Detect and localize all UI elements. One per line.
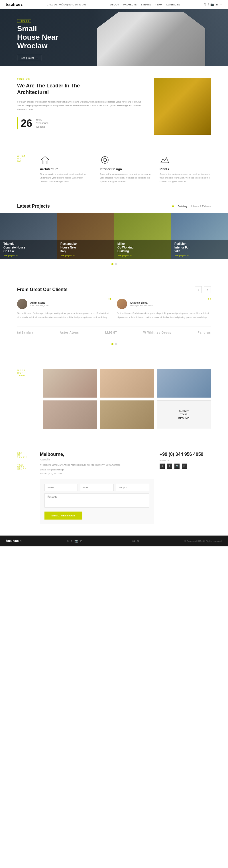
header: bauhaus CALL US: +0(400) 6940 35 89 793 … bbox=[0, 0, 228, 9]
contact-phone-label: Phone: (+62) 261 261 bbox=[40, 472, 154, 475]
footer-linkedin-icon[interactable]: in bbox=[80, 539, 82, 543]
see-project-button[interactable]: See project → bbox=[17, 55, 42, 61]
project-card-4[interactable]: RedisignInterior ForVilla See project → bbox=[171, 213, 228, 259]
footer-more-icon[interactable]: ⋯ bbox=[85, 539, 87, 543]
testimonial-name-1: Adam Stone bbox=[30, 301, 48, 304]
years-box: 26 YearsExperienceWorking bbox=[17, 117, 145, 129]
nav-team[interactable]: TEAM bbox=[155, 3, 162, 6]
nav-projects[interactable]: PROJECTS bbox=[123, 3, 137, 6]
project-overlay-1: TriangleConcrete HouseOn Lake See projec… bbox=[0, 240, 57, 259]
nav-about[interactable]: ABOUT bbox=[110, 3, 119, 6]
whatwedo-label: WHATWEDO bbox=[17, 155, 34, 183]
need-help-tag: YOUNEEDHELP? bbox=[17, 464, 40, 470]
send-message-button[interactable]: SEND MESSAGE bbox=[44, 512, 82, 520]
avatar-2 bbox=[117, 299, 127, 309]
testimonial-role-1: CEO at Design ltd bbox=[30, 304, 48, 307]
contact-section: GETINTOUCH YOUNEEDHELP? Melbourne, Austr… bbox=[0, 440, 228, 536]
testimonial-card-1: Adam Stone CEO at Design ltd " Sed vel i… bbox=[17, 299, 111, 319]
follow-label: Follow us bbox=[160, 459, 211, 462]
project-card-3[interactable]: MilkoCo-WorkingBuilding See project → bbox=[114, 213, 171, 259]
footer-instagram-icon[interactable]: 📷 bbox=[74, 539, 78, 543]
submit-resume-card[interactable]: SUBMIT YOUR RESUME bbox=[157, 400, 211, 429]
hero-label: HOUSE bbox=[17, 19, 31, 23]
project-card-1[interactable]: TriangleConcrete HouseOn Lake See projec… bbox=[0, 213, 57, 259]
get-in-touch-tag: GETINTOUCH bbox=[17, 452, 40, 458]
header-social: 𝕏 f 📷 in ⋯ bbox=[204, 3, 222, 6]
instagram-icon[interactable]: 📷 bbox=[210, 3, 214, 6]
project-link-1[interactable]: See project → bbox=[3, 254, 53, 257]
linkedin-contact-icon[interactable]: in bbox=[182, 464, 187, 469]
whatwedo-items: Architecture First design in a project a… bbox=[40, 155, 211, 183]
twitter-icon[interactable]: 𝕏 bbox=[204, 3, 206, 6]
twitter-contact-icon[interactable]: 𝕏 bbox=[160, 464, 165, 469]
about-left: FIND US We Are The Leader In TheArchitec… bbox=[17, 78, 145, 129]
contact-social: 𝕏 f 📷 in bbox=[160, 464, 211, 469]
logo-3: LLIGHT bbox=[105, 331, 117, 334]
contact-right: +99 (0) 344 956 4050 Follow us 𝕏 f 📷 in bbox=[154, 452, 211, 524]
whatwedo-item-plants: Plants Once in the design process, we mu… bbox=[160, 155, 211, 183]
dot-2[interactable] bbox=[115, 263, 117, 265]
facebook-contact-icon[interactable]: f bbox=[167, 464, 172, 469]
team-card-4[interactable] bbox=[43, 400, 97, 429]
project-card-2[interactable]: RectangularHouse NearItaly See project → bbox=[57, 213, 114, 259]
logo-5: Fandrus bbox=[198, 331, 211, 334]
team-grid: SUBMIT YOUR RESUME bbox=[43, 369, 211, 429]
testimonial-top-2: Anabela Elena Management at Dream " bbox=[117, 299, 211, 309]
testimonials-grid: Adam Stone CEO at Design ltd " Sed vel i… bbox=[17, 299, 211, 319]
nav-events[interactable]: EVENTS bbox=[141, 3, 151, 6]
project-link-3[interactable]: See project → bbox=[117, 254, 167, 257]
footer-copyright: © Bauhaus 2015. All Rights reserved. bbox=[184, 540, 222, 542]
team-card-5[interactable] bbox=[100, 400, 154, 429]
svg-point-3 bbox=[103, 158, 107, 162]
more-icon[interactable]: ⋯ bbox=[220, 3, 222, 6]
footer-facebook-icon[interactable]: f bbox=[71, 539, 72, 543]
tab-interior[interactable]: Interior & Exterior bbox=[191, 205, 211, 208]
quote-mark-2: " bbox=[208, 299, 211, 306]
contact-country: Australia bbox=[40, 458, 154, 461]
project-overlay-4: RedisignInterior ForVilla See project → bbox=[171, 240, 228, 259]
project-link-2[interactable]: See project → bbox=[61, 254, 111, 257]
tab-building[interactable]: Building bbox=[178, 205, 187, 208]
architecture-text: First design in a project and very impor… bbox=[40, 173, 91, 183]
contact-left-label: GETINTOUCH YOUNEEDHELP? bbox=[17, 452, 40, 524]
nav-contacts[interactable]: CONTACTS bbox=[166, 3, 180, 6]
testimonial-card-2: Anabela Elena Management at Dream " Sed … bbox=[117, 299, 211, 319]
prev-testimonial-button[interactable]: ‹ bbox=[195, 286, 202, 293]
about-text: For each project, we establish relations… bbox=[17, 100, 145, 112]
main-nav: ABOUT PROJECTS EVENTS TEAM CONTACTS bbox=[110, 3, 180, 6]
team-section: MEETOURTEAM SUBMIT YOUR RESUME bbox=[0, 358, 228, 440]
submit-resume-text: SUBMIT YOUR RESUME bbox=[179, 409, 190, 420]
project-overlay-2: RectangularHouse NearItaly See project → bbox=[57, 240, 114, 259]
testimonial-info-1: Adam Stone CEO at Design ltd bbox=[30, 301, 48, 307]
message-textarea[interactable] bbox=[44, 493, 149, 507]
name-input[interactable] bbox=[44, 484, 78, 491]
facebook-icon[interactable]: f bbox=[208, 3, 208, 6]
interior-text: Once in the design process, we must go d… bbox=[100, 173, 151, 183]
email-input[interactable] bbox=[80, 484, 113, 491]
footer-twitter-icon[interactable]: 𝕏 bbox=[67, 539, 69, 543]
testimonial-dot-2[interactable] bbox=[115, 343, 117, 345]
testimonial-info-2: Anabela Elena Management at Dream bbox=[130, 301, 153, 307]
project-link-4[interactable]: See project → bbox=[175, 254, 225, 257]
plants-icon bbox=[160, 155, 170, 165]
about-title: We Are The Leader In TheArchitectural bbox=[17, 83, 145, 96]
team-card-1[interactable] bbox=[43, 369, 97, 398]
footer-pages: 01 / 06 bbox=[132, 540, 139, 542]
hero-content: HOUSE SmallHouse NearWroclaw See project… bbox=[17, 18, 59, 61]
team-card-3[interactable] bbox=[157, 369, 211, 398]
team-card-2[interactable] bbox=[100, 369, 154, 398]
next-testimonial-button[interactable]: › bbox=[204, 286, 211, 293]
testimonial-top-1: Adam Stone CEO at Design ltd " bbox=[17, 299, 111, 309]
testimonial-dot-1[interactable] bbox=[111, 343, 113, 345]
team-tag: MEETOURTEAM bbox=[17, 369, 34, 377]
client-logos: tatSambra Aster Atous LLIGHT W Whitney G… bbox=[17, 326, 211, 339]
linkedin-icon[interactable]: in bbox=[216, 3, 218, 6]
instagram-contact-icon[interactable]: 📷 bbox=[175, 464, 180, 469]
contact-address: 44o lot 2nd 3000 Mary, Ahead Architecte … bbox=[40, 463, 154, 467]
avatar-1 bbox=[17, 299, 27, 309]
dot-1[interactable] bbox=[111, 263, 113, 265]
subject-input[interactable] bbox=[116, 484, 149, 491]
footer-social: 𝕏 f 📷 in ⋯ bbox=[67, 539, 87, 543]
hero-section: HOUSE SmallHouse NearWroclaw See project… bbox=[0, 9, 228, 66]
svg-rect-1 bbox=[44, 161, 46, 164]
